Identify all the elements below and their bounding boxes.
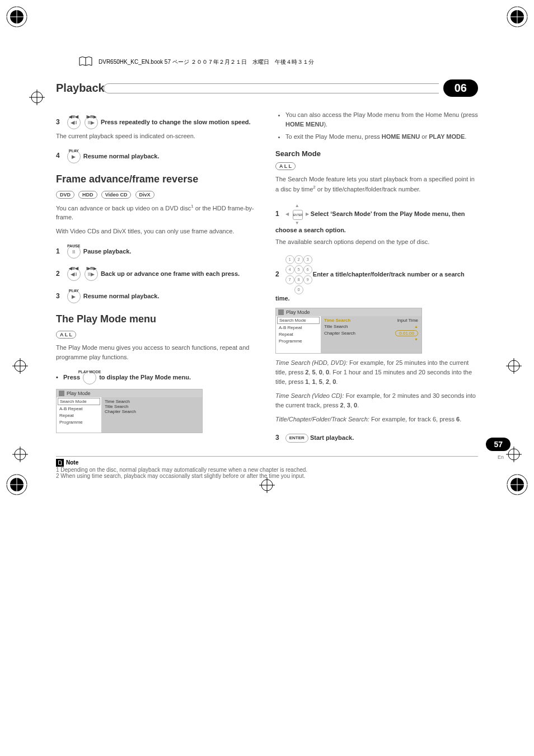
play-mode-menu-screenshot: Play Mode Search Mode A-B Repeat Repeat …: [56, 389, 203, 433]
menu-item-repeat: Repeat: [58, 412, 100, 419]
play-mode-press: • Press PLAY MODE to display the Play Mo…: [56, 371, 259, 384]
chapter-badge: 06: [443, 79, 478, 97]
frame-advance-button-icon: I▶/II▶ II▶: [85, 267, 98, 281]
media-pill-videocd: Video CD: [101, 191, 132, 199]
ui-header: Play Mode: [57, 389, 202, 397]
time-input: 0.01.00: [395, 330, 418, 336]
search-step-3: 3 ENTER Start playback.: [275, 433, 478, 443]
registration-mark-icon: [259, 477, 275, 493]
heading-frame-advance: Frame advance/frame reverse: [56, 173, 259, 185]
menu-icon: [278, 309, 284, 315]
page-language: En: [498, 454, 504, 460]
menu-item-programme: Programme: [277, 338, 320, 344]
bullet-play-mode-exit: To exit the Play Mode menu, press HOME M…: [285, 132, 478, 142]
step-text: Pause playback.: [83, 248, 132, 255]
frame-reverse-button-icon: ◀II/◀I ◀II: [67, 267, 81, 281]
left-column: 3 ◀II/◀I ◀II I▶/II▶ II▶ Press repeatedly…: [56, 107, 259, 445]
printer-mark-icon: [6, 473, 28, 496]
registration-mark-icon: [12, 358, 28, 374]
search-mode-paragraph: The Search Mode feature lets you start p…: [275, 175, 478, 194]
registration-mark-icon: [506, 358, 522, 374]
registration-mark-icon: [12, 447, 28, 462]
arrow-up-icon: [414, 325, 418, 328]
menu-item-ab-repeat: A-B Repeat: [277, 325, 320, 331]
section-header: Playback 06: [56, 79, 478, 97]
submenu-title-search: Title Search: [324, 324, 348, 329]
enter-button-icon: ENTER: [285, 434, 308, 442]
play-mode-paragraph: The Play Mode menu gives you access to s…: [56, 343, 259, 362]
example-time-search-dvd: Time Search (HDD, DVD): For example, for…: [275, 358, 478, 387]
registration-mark-icon: [29, 90, 45, 105]
step-3-slow: 3 ◀II/◀I ◀II I▶/II▶ II▶ Press repeatedly…: [56, 116, 259, 129]
play-mode-bullets: You can also access the Play Mode menu f…: [285, 110, 478, 142]
printer-mark-icon: [6, 6, 28, 28]
frame-step-2: 2 ◀II/◀I ◀II I▶/II▶ II▶ Back up or advan…: [56, 267, 259, 281]
frame-step-3: 3 PLAY ▶ Resume normal playback.: [56, 290, 259, 303]
menu-icon: [59, 391, 64, 396]
pause-button-icon: PAUSE II: [67, 245, 81, 259]
step-text: Start playback.: [310, 434, 354, 441]
play-button-icon: PLAY ▶: [67, 150, 81, 163]
note-1: 1 Depending on the disc, normal playback…: [56, 467, 478, 473]
frame-step-1: 1 PAUSE II Pause playback.: [56, 245, 259, 259]
input-time-label: Input Time: [397, 318, 418, 323]
media-pill-all: A L L: [56, 331, 76, 339]
title-divider: [111, 83, 439, 93]
step-number: 2: [56, 270, 60, 278]
page-number: 57: [486, 438, 510, 451]
section-title: Playback: [56, 82, 105, 95]
printer-mark-icon: [506, 6, 528, 28]
search-step-2: 2 123 456 789 0 Enter a title/chapter/fo…: [275, 255, 478, 303]
step-number: 3: [275, 434, 279, 442]
menu-item-repeat: Repeat: [277, 331, 320, 337]
menu-item-ab-repeat: A-B Repeat: [58, 406, 100, 412]
book-header-text: DVR650HK_KC_EN.book 57 ページ ２００７年２月２１日 水曜…: [99, 58, 314, 66]
step-number: 3: [56, 292, 60, 300]
right-column: You can also access the Play Mode menu f…: [275, 107, 478, 445]
dpad-enter-icon: ▲▼◀▶ ENTER: [285, 203, 309, 226]
step-number: 2: [275, 270, 279, 278]
step-3-slow-desc: The current playback speed is indicated …: [56, 132, 259, 141]
search-step-1: 1 ▲▼◀▶ ENTER Select ‘Search Mode’ from t…: [275, 203, 478, 234]
step-text: Press repeatedly to change the slow moti…: [101, 119, 251, 125]
step-4-play: 4 PLAY ▶ Resume normal playback.: [56, 150, 259, 163]
example-time-search-vcd: Time Search (Video CD): For example, for…: [275, 391, 478, 410]
media-pill-dvd: DVD: [56, 191, 74, 199]
frame-paragraph-1: You can advance or back up video on a DV…: [56, 203, 259, 223]
book-header: DVR650HK_KC_EN.book 57 ページ ２００７年２月２１日 水曜…: [78, 56, 506, 68]
step-text: Resume normal playback.: [83, 152, 160, 159]
media-pills: DVD HDD Video CD DivX: [56, 191, 259, 199]
submenu-title-search: Title Search: [105, 404, 199, 409]
step-text: Resume normal playback.: [83, 293, 160, 299]
search-mode-menu-screenshot: Play Mode Search Mode A-B Repeat Repeat …: [275, 308, 422, 354]
example-track-search: Title/Chapter/Folder/Track Search: For e…: [275, 415, 478, 424]
frame-paragraph-2: With Video CDs and DivX titles, you can …: [56, 227, 259, 236]
heading-search-mode: Search Mode: [275, 149, 478, 158]
submenu-time-search: Time Search: [105, 399, 199, 404]
reverse-slow-button-icon: ◀II/◀I ◀II: [67, 116, 81, 129]
step-number: 1: [56, 247, 60, 255]
step-number: 1: [275, 210, 279, 218]
submenu-time-search-active: Time Search: [324, 318, 350, 323]
arrow-down-icon: [414, 337, 418, 341]
ui-header: Play Mode: [276, 308, 421, 316]
book-icon: [78, 56, 93, 68]
play-button-icon: PLAY ▶: [67, 290, 81, 303]
step-text: Back up or advance one frame with each p…: [101, 270, 240, 277]
note-icon: [56, 459, 64, 467]
media-pill-divx: DivX: [135, 191, 154, 199]
menu-item-search-mode: Search Mode: [58, 398, 100, 405]
notes: Note 1 Depending on the disc, normal pla…: [56, 459, 478, 479]
printer-mark-icon: [506, 473, 528, 496]
notes-separator: [56, 456, 478, 457]
search-step-1-desc: The available search options depend on t…: [275, 237, 478, 247]
number-pad-icon: 123 456 789 0: [285, 255, 311, 294]
menu-item-search-mode: Search Mode: [277, 317, 320, 324]
menu-item-programme: Programme: [58, 419, 100, 425]
media-pill-hdd: HDD: [78, 191, 97, 199]
step-number: 3: [56, 118, 60, 126]
heading-play-mode: The Play Mode menu: [56, 313, 259, 325]
submenu-chapter-search: Chapter Search: [105, 409, 199, 414]
step-number: 4: [56, 152, 60, 159]
media-pill-all: A L L: [275, 162, 296, 170]
